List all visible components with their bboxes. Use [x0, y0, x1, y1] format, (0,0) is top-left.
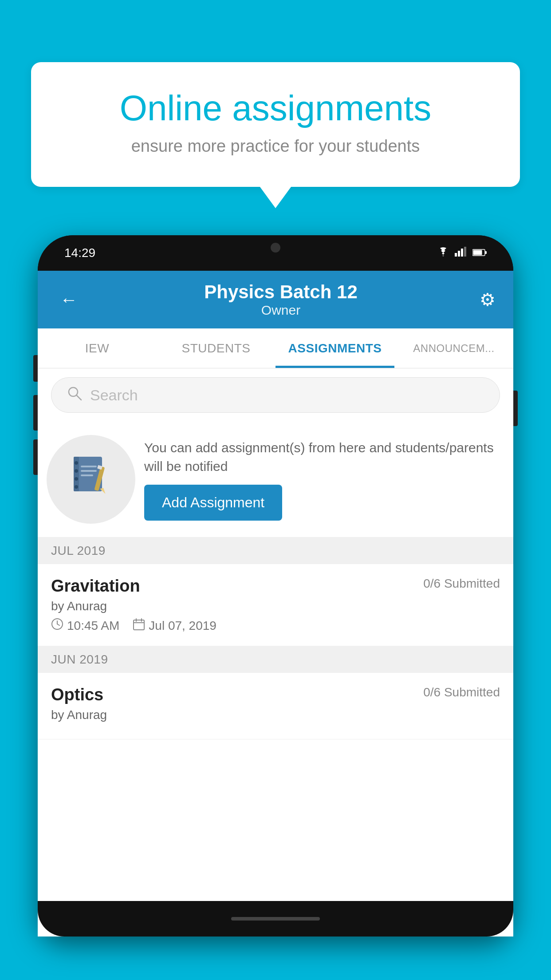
phone-content: Search: [38, 368, 513, 937]
camera: [271, 243, 280, 253]
tab-iew[interactable]: IEW: [38, 328, 157, 368]
status-bar: 14:29: [38, 235, 513, 271]
svg-rect-11: [81, 470, 97, 472]
section-header-jun-label: JUN 2019: [51, 652, 108, 666]
phone-notch: [231, 235, 320, 260]
settings-icon[interactable]: ⚙: [480, 289, 496, 310]
svg-rect-6: [485, 251, 487, 254]
assignment-date-meta: Jul 07, 2019: [133, 618, 216, 633]
app-bar-title: Physics Batch 12: [82, 281, 480, 303]
svg-line-8: [77, 395, 81, 400]
search-bar[interactable]: Search: [51, 377, 500, 413]
battery-icon: [472, 247, 487, 259]
clock-icon: [51, 618, 63, 633]
wifi-icon: [437, 247, 449, 259]
svg-rect-5: [473, 250, 482, 255]
tab-assignments[interactable]: ASSIGNMENTS: [276, 328, 394, 368]
assignment-optics-name: Optics: [51, 685, 103, 704]
svg-rect-1: [458, 251, 460, 257]
svg-rect-12: [81, 474, 93, 476]
speech-bubble: Online assignments ensure more practice …: [31, 62, 520, 187]
tab-students[interactable]: STUDENTS: [157, 328, 276, 368]
assignment-date: Jul 07, 2019: [149, 619, 216, 633]
phone-side-button-left-3: [33, 439, 38, 475]
calendar-icon: [133, 618, 145, 633]
assignment-submitted: 0/6 Submitted: [423, 577, 500, 591]
svg-rect-0: [455, 253, 457, 257]
section-header-jul: JUL 2019: [38, 537, 513, 564]
assignment-author: by Anurag: [51, 599, 500, 613]
section-header-jun: JUN 2019: [38, 646, 513, 673]
assignment-time-meta: 10:45 AM: [51, 618, 119, 633]
assignment-item-top: Gravitation 0/6 Submitted: [51, 577, 500, 596]
speech-bubble-container: Online assignments ensure more practice …: [31, 62, 520, 187]
bubble-title: Online assignments: [67, 89, 484, 128]
phone-container: 14:29: [38, 235, 513, 980]
assignment-item-optics[interactable]: Optics 0/6 Submitted by Anurag: [38, 673, 513, 739]
svg-rect-10: [81, 466, 97, 467]
app-bar-center: Physics Batch 12 Owner: [82, 281, 480, 318]
promo-section: You can add assignment(s) from here and …: [38, 422, 513, 537]
notebook-icon: [71, 453, 111, 506]
add-assignment-button[interactable]: Add Assignment: [144, 485, 282, 521]
phone-side-button-left-1: [33, 355, 38, 382]
status-time: 14:29: [64, 246, 95, 260]
assignment-item-gravitation[interactable]: Gravitation 0/6 Submitted by Anurag: [38, 564, 513, 646]
search-icon: [67, 386, 82, 404]
search-container: Search: [38, 368, 513, 422]
tab-students-label: STUDENTS: [182, 341, 251, 356]
phone-side-button-left-2: [33, 395, 38, 431]
svg-point-15: [75, 469, 78, 473]
svg-point-14: [75, 461, 78, 465]
tab-assignments-label: ASSIGNMENTS: [288, 341, 382, 356]
svg-point-16: [75, 477, 78, 481]
tab-announcements[interactable]: ANNOUNCEM...: [394, 328, 513, 368]
svg-point-7: [69, 387, 78, 396]
promo-description: You can add assignment(s) from here and …: [144, 439, 500, 476]
app-bar: ← Physics Batch 12 Owner ⚙: [38, 271, 513, 328]
svg-rect-3: [464, 247, 466, 257]
back-button[interactable]: ←: [55, 285, 82, 314]
search-placeholder-text: Search: [90, 387, 138, 404]
app-bar-subtitle: Owner: [82, 303, 480, 318]
assignment-optics-submitted: 0/6 Submitted: [423, 685, 500, 699]
assignment-item-optics-top: Optics 0/6 Submitted: [51, 685, 500, 704]
svg-point-17: [75, 485, 78, 489]
tab-announcements-label: ANNOUNCEM...: [413, 342, 494, 355]
tab-iew-label: IEW: [85, 341, 109, 356]
signal-icon: [455, 247, 467, 259]
promo-text-area: You can add assignment(s) from here and …: [144, 439, 500, 521]
phone-side-button-right: [513, 391, 518, 426]
svg-rect-24: [134, 620, 144, 630]
svg-rect-2: [461, 249, 463, 257]
svg-line-23: [57, 624, 59, 625]
tabs-container: IEW STUDENTS ASSIGNMENTS ANNOUNCEM...: [38, 328, 513, 368]
phone-frame: 14:29: [38, 235, 513, 937]
assignment-optics-author: by Anurag: [51, 708, 500, 722]
bubble-subtitle: ensure more practice for your students: [67, 137, 484, 156]
assignment-time: 10:45 AM: [67, 619, 119, 633]
assignment-name: Gravitation: [51, 577, 140, 596]
home-indicator: [231, 917, 320, 921]
promo-icon-circle: [47, 435, 135, 524]
status-icons: [437, 247, 487, 259]
section-header-jul-label: JUL 2019: [51, 544, 106, 557]
phone-bottom-bar: [38, 901, 513, 937]
assignment-meta: 10:45 AM Jul 07, 2019: [51, 618, 500, 633]
